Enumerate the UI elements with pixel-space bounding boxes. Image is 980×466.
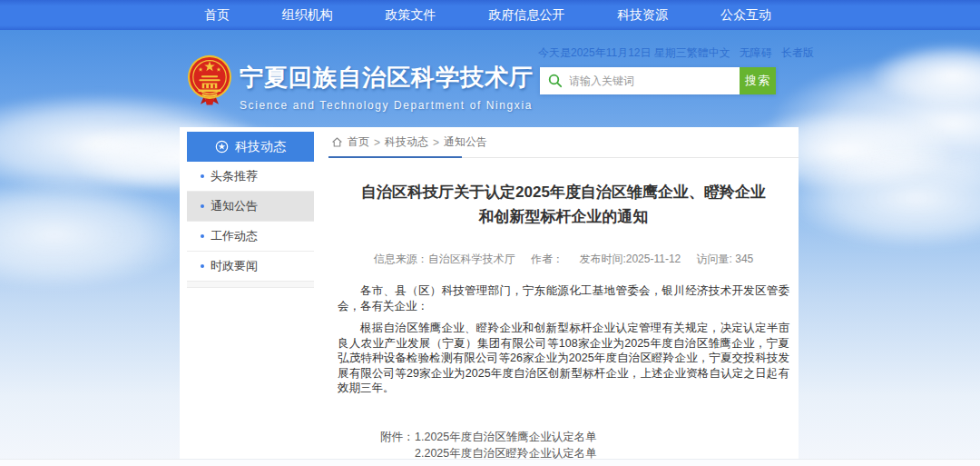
breadcrumb: 首页 > 科技动态 > 通知公告: [328, 127, 799, 158]
national-emblem-icon: [185, 55, 234, 107]
sidebar-footer: [187, 282, 314, 288]
meta-source: 信息来源：自治区科学技术厅: [374, 253, 515, 265]
nav-item-tech-resources[interactable]: 科技资源: [617, 7, 668, 24]
sidebar-item-work-dynamics[interactable]: 工作动态: [187, 222, 314, 252]
breadcrumb-active-underline: [328, 156, 462, 158]
article-title-line2: 和创新型标杆企业的通知: [328, 204, 799, 229]
nav-item-home[interactable]: 首页: [204, 7, 230, 24]
sidebar-header-tech-news[interactable]: 科技动态: [187, 132, 314, 162]
sidebar-title: 科技动态: [235, 139, 286, 155]
cloud-decoration: [0, 180, 191, 289]
sidebar-item-political-news[interactable]: 时政要闻: [187, 252, 314, 282]
search-bar: 搜索: [540, 67, 776, 94]
nav-item-policy-documents[interactable]: 政策文件: [386, 7, 436, 24]
nav-item-organization[interactable]: 组织机构: [282, 7, 333, 24]
attachments-label: 附件：: [380, 429, 415, 445]
meta-author: 作者：: [531, 253, 564, 265]
site-title: 宁夏回族自治区科学技术厅: [240, 62, 534, 94]
site-title-block[interactable]: 宁夏回族自治区科学技术厅 Science and Technology Depa…: [240, 62, 534, 112]
search-icon: [548, 74, 563, 88]
traditional-chinese-link[interactable]: 繁體中文: [687, 45, 730, 61]
breadcrumb-separator: >: [374, 136, 380, 149]
home-icon: [331, 136, 343, 148]
search-input-wrap: [540, 67, 740, 94]
search-button[interactable]: 搜索: [740, 67, 776, 94]
nav-item-public-interaction[interactable]: 公众互动: [720, 7, 771, 24]
article-main-column: 首页 > 科技动态 > 通知公告 自治区科技厅关于认定2025年度自治区雏鹰企业…: [328, 127, 799, 466]
sidebar-item-headline-recommend[interactable]: 头条推荐: [187, 162, 314, 192]
breadcrumb-home[interactable]: 首页: [348, 134, 369, 150]
sidebar-item-label: 工作动态: [211, 228, 258, 244]
breadcrumb-tech-news[interactable]: 科技动态: [385, 134, 428, 150]
bullet-dot-icon: [201, 234, 204, 238]
top-navigation: 首页 组织机构 政策文件 政府信息公开 科技资源 公众互动: [0, 0, 980, 30]
meta-publish-time: 发布时间:2025-11-12: [579, 253, 681, 265]
sidebar-item-notices[interactable]: 通知公告: [187, 192, 314, 222]
header-utility-row: 今天是2025年11月12日 星期三 繁體中文 无障碍 长者版: [538, 45, 794, 60]
national-emblem-logo[interactable]: [185, 55, 234, 107]
nav-item-gov-info-disclosure[interactable]: 政府信息公开: [488, 7, 564, 24]
breadcrumb-notices[interactable]: 通知公告: [444, 134, 487, 150]
article-body: 各市、县（区）科技管理部门，宁东能源化工基地管委会，银川经济技术开发区管委会，各…: [338, 283, 789, 396]
sidebar: 科技动态 头条推荐 通知公告 工作动态 时政要闻: [187, 132, 314, 288]
footer-strip: [0, 459, 980, 466]
sidebar-item-label: 头条推荐: [211, 168, 258, 184]
search-input[interactable]: [540, 67, 740, 94]
site-title-english: Science and Technology Department of Nin…: [240, 99, 534, 112]
sidebar-item-label: 时政要闻: [211, 258, 258, 274]
article-meta: 信息来源：自治区科学技术厅 作者： 发布时间:2025-11-12 访问量: 3…: [328, 252, 799, 267]
meta-visit-count: 访问量: 345: [697, 253, 754, 265]
star-circle-icon: [215, 140, 229, 154]
current-date: 今天是2025年11月12日 星期三: [538, 45, 687, 61]
bullet-dot-icon: [201, 174, 204, 178]
quick-links: 繁體中文 无障碍 长者版: [687, 45, 814, 61]
bullet-dot-icon: [201, 204, 204, 208]
content-panel: 科技动态 头条推荐 通知公告 工作动态 时政要闻: [180, 127, 799, 460]
article-paragraph-2: 根据自治区雏鹰企业、瞪羚企业和创新型标杆企业认定管理有关规定，决定认定半亩良人农…: [338, 321, 789, 396]
elder-version-link[interactable]: 长者版: [781, 45, 814, 61]
attachment-link-1[interactable]: 1.2025年度自治区雏鹰企业认定名单: [415, 429, 597, 445]
bullet-dot-icon: [201, 264, 204, 268]
article-title-line1: 自治区科技厅关于认定2025年度自治区雏鹰企业、瞪羚企业: [328, 180, 799, 204]
article-title: 自治区科技厅关于认定2025年度自治区雏鹰企业、瞪羚企业 和创新型标杆企业的通知: [328, 180, 799, 229]
breadcrumb-separator: >: [433, 136, 439, 149]
page: 首页 组织机构 政策文件 政府信息公开 科技资源 公众互动: [0, 0, 980, 466]
attachment-row: 附件： 1.2025年度自治区雏鹰企业认定名单: [380, 429, 799, 445]
sidebar-item-label: 通知公告: [211, 198, 258, 214]
article-paragraph-1: 各市、县（区）科技管理部门，宁东能源化工基地管委会，银川经济技术开发区管委会，各…: [338, 283, 789, 313]
accessibility-link[interactable]: 无障碍: [740, 45, 772, 61]
